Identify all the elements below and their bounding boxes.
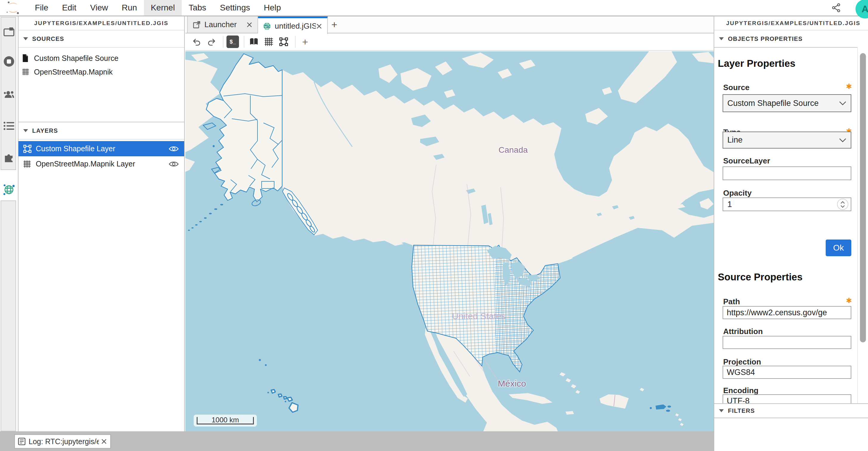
- redo-button[interactable]: [205, 35, 218, 48]
- menu-kernel[interactable]: Kernel: [144, 0, 182, 16]
- objects-properties-header[interactable]: OBJECTS PROPERTIES: [714, 30, 868, 48]
- map-scale-bar: 1000 km: [194, 415, 257, 426]
- source-item-label: Custom Shapefile Source: [34, 54, 118, 63]
- layer-item-label: OpenStreetMap.Mapnik Layer: [36, 160, 135, 168]
- menu-settings[interactable]: Settings: [213, 0, 257, 16]
- menu-tabs[interactable]: Tabs: [182, 0, 213, 16]
- visibility-eye-icon[interactable]: [169, 161, 179, 168]
- label-mexico: México: [498, 378, 526, 388]
- basemap-book-icon[interactable]: [247, 35, 260, 48]
- layer-item-custom-shapefile[interactable]: Custom Shapefile Layer: [19, 141, 184, 156]
- new-raster-layer-button[interactable]: [262, 35, 275, 48]
- tab-untitled-jgis[interactable]: untitled.jGIS: [258, 17, 328, 34]
- launcher-icon: [192, 21, 201, 29]
- filters-title: FILTERS: [728, 407, 755, 414]
- add-layer-button[interactable]: +: [299, 35, 312, 48]
- toolbar-separator: [295, 36, 296, 48]
- ok-button[interactable]: Ok: [826, 239, 851, 256]
- menu-file[interactable]: File: [28, 0, 55, 16]
- required-asterisk: ✱: [846, 297, 852, 305]
- raster-grid-icon: [23, 160, 32, 168]
- sources-title: SOURCES: [32, 35, 64, 43]
- source-label: Source: [723, 83, 749, 92]
- console-button[interactable]: $_: [226, 35, 239, 48]
- chevron-down-icon: [23, 37, 28, 40]
- close-icon[interactable]: [101, 438, 107, 445]
- collaborators-icon[interactable]: [3, 89, 14, 100]
- jgis-toolbar: $_ +: [185, 33, 714, 51]
- left-sidebar-panel: JUPYTERGIS/EXAMPLES/UNTITLED.JGIS SOURCE…: [19, 17, 185, 432]
- path-input[interactable]: [722, 306, 851, 319]
- layers-title: LAYERS: [32, 128, 58, 134]
- map-viewport[interactable]: Canada United States México 1000 km: [185, 51, 714, 431]
- share-icon[interactable]: [831, 3, 841, 13]
- type-select[interactable]: Line: [722, 132, 851, 148]
- scrollbar-thumb[interactable]: [860, 53, 866, 342]
- menu-help[interactable]: Help: [257, 0, 288, 16]
- source-item-custom-shapefile[interactable]: Custom Shapefile Source: [19, 51, 184, 65]
- projection-input[interactable]: [722, 366, 851, 379]
- filters-section-header[interactable]: FILTERS: [714, 403, 868, 418]
- sidebar-tab-group-bottom: [1, 200, 16, 431]
- source-properties-heading: Source Properties: [718, 272, 802, 283]
- visibility-eye-icon[interactable]: [169, 145, 179, 152]
- tab-label: untitled.jGIS: [275, 22, 316, 31]
- layer-item-osm-mapnik[interactable]: OpenStreetMap.Mapnik Layer: [19, 156, 184, 171]
- source-select[interactable]: Custom Shapefile Source: [722, 94, 851, 112]
- chevron-down-icon: [719, 37, 724, 40]
- attribution-input[interactable]: [722, 336, 851, 349]
- jupytergis-globe-icon[interactable]: [3, 184, 15, 196]
- properties-form: Layer Properties Source ✱ Custom Shapefi…: [714, 47, 857, 403]
- opacity-label: Opacity: [723, 189, 751, 198]
- chevron-down-icon: [23, 129, 28, 132]
- panel-scrollbar[interactable]: [857, 47, 868, 403]
- table-of-contents-icon[interactable]: [3, 120, 14, 132]
- source-item-osm-mapnik[interactable]: OpenStreetMap.Mapnik: [19, 65, 184, 79]
- type-select-value: Line: [727, 135, 743, 145]
- sourcelayer-label: SourceLayer: [723, 156, 770, 166]
- menubar: File Edit View Run Kernel Tabs Settings …: [0, 0, 868, 16]
- file-browser-icon[interactable]: [3, 26, 14, 37]
- menu-edit[interactable]: Edit: [55, 0, 83, 16]
- encoding-input[interactable]: [722, 394, 851, 403]
- close-icon[interactable]: [316, 23, 322, 30]
- new-vector-layer-button[interactable]: [277, 35, 290, 48]
- layers-section-header[interactable]: LAYERS: [19, 122, 184, 140]
- number-stepper[interactable]: [837, 199, 848, 210]
- raster-grid-icon: [22, 68, 30, 76]
- new-tab-button[interactable]: +: [328, 17, 341, 33]
- vector-square-icon: [23, 145, 32, 153]
- path-label: Path: [723, 297, 740, 306]
- menubar-divider: [0, 16, 868, 17]
- menu-view[interactable]: View: [83, 0, 115, 16]
- tab-launcher[interactable]: Launcher: [187, 17, 258, 33]
- log-console-tab[interactable]: Log: RTC:jupytergis/exampl: [14, 434, 111, 449]
- extensions-puzzle-icon[interactable]: [3, 151, 14, 163]
- toolbar-separator: [223, 36, 223, 48]
- toolbar-separator: [244, 36, 244, 48]
- encoding-label: Encoding: [723, 386, 758, 395]
- stepper-down-icon[interactable]: [840, 205, 845, 208]
- chevron-down-icon: [839, 101, 846, 106]
- sourcelayer-input[interactable]: [722, 166, 851, 180]
- dock-tabbar: Launcher untitled.jGIS +: [185, 17, 714, 33]
- user-avatar[interactable]: A: [856, 0, 868, 19]
- map-canvas[interactable]: Canada United States México: [185, 51, 714, 431]
- opacity-value: 1: [727, 200, 732, 209]
- objects-properties-title: OBJECTS PROPERTIES: [728, 35, 803, 43]
- close-icon[interactable]: [246, 22, 253, 28]
- undo-button[interactable]: [190, 35, 203, 48]
- file-icon: [22, 54, 30, 62]
- chevron-down-icon: [719, 409, 724, 412]
- sources-section-header[interactable]: SOURCES: [19, 30, 184, 48]
- running-kernels-icon[interactable]: [3, 56, 14, 67]
- stepper-up-icon[interactable]: [840, 201, 845, 204]
- left-activity-bar: [0, 17, 19, 451]
- scale-text: 1000 km: [194, 416, 257, 424]
- projection-label: Projection: [723, 357, 761, 367]
- opacity-input[interactable]: 1: [722, 197, 851, 211]
- layer-properties-heading: Layer Properties: [718, 58, 795, 69]
- left-panel-title: JUPYTERGIS/EXAMPLES/UNTITLED.JGIS: [19, 17, 184, 30]
- layer-item-label: Custom Shapefile Layer: [36, 144, 115, 153]
- menu-run[interactable]: Run: [115, 0, 144, 16]
